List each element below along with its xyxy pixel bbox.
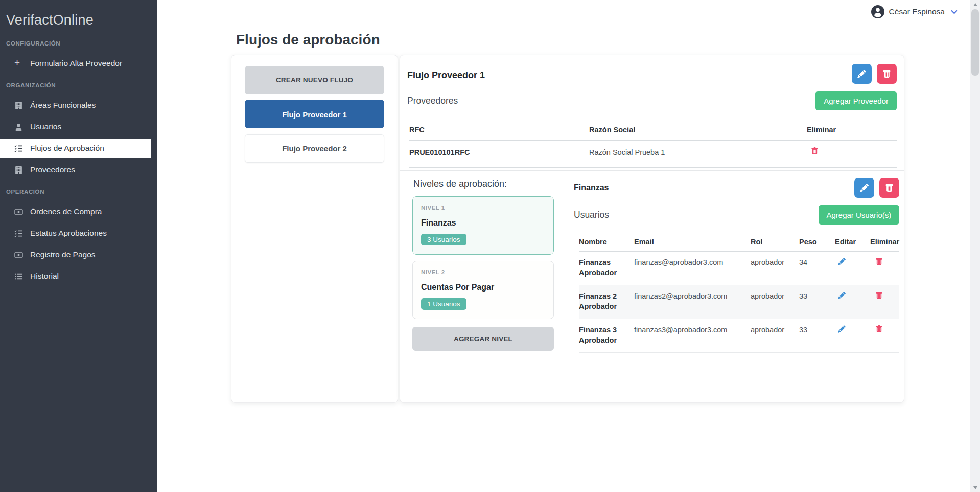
edit-flow-button[interactable] bbox=[852, 64, 872, 84]
levels-heading: Niveles de aprobación: bbox=[413, 178, 554, 189]
scroll-up-arrow-icon[interactable] bbox=[970, 0, 980, 9]
edit-user-pencil-icon[interactable] bbox=[838, 292, 846, 299]
level-users-badge: 3 Usuarios bbox=[421, 234, 466, 245]
levels-section: Niveles de aprobación: NIVEL 1Finanzas3 … bbox=[407, 175, 897, 402]
col-editar: Editar bbox=[835, 238, 870, 246]
col-peso: Peso bbox=[799, 238, 835, 246]
level-name: Cuentas Por Pagar bbox=[421, 283, 545, 292]
user-email: finanzas3@aprobador3.com bbox=[634, 325, 751, 336]
sidebar-item-label: Áreas Funcionales bbox=[30, 101, 96, 110]
scroll-down-arrow-icon[interactable] bbox=[970, 483, 980, 492]
user-rol: aprobador bbox=[751, 325, 799, 336]
money-icon bbox=[14, 208, 23, 216]
sidebar-nav: CONFIGURACIÓN+Formulario Alta ProveedorO… bbox=[0, 33, 157, 286]
sidebar-item[interactable]: Registro de Pagos bbox=[0, 245, 157, 264]
user-menu[interactable]: César Espinosa bbox=[871, 5, 958, 18]
building-icon bbox=[14, 166, 23, 174]
providers-header: Proveedores Agregar Proveedor bbox=[407, 91, 897, 110]
sidebar-item-label: Historial bbox=[30, 272, 59, 281]
chevron-down-icon bbox=[950, 8, 958, 16]
brand-logo: VerifactOnline bbox=[0, 8, 157, 33]
delete-user-trash-icon[interactable] bbox=[875, 325, 883, 333]
user-row: Finanzas 3 Aprobadorfinanzas3@aprobador3… bbox=[579, 319, 899, 353]
sidebar-section-label: CONFIGURACIÓN bbox=[0, 33, 157, 52]
scrollbar-thumb[interactable] bbox=[971, 9, 979, 76]
flow-detail-panel: Flujo Proveedor 1 Proveedores Agregar Pr… bbox=[400, 55, 904, 403]
vertical-scrollbar[interactable] bbox=[970, 0, 980, 492]
checklist-icon bbox=[14, 229, 23, 238]
user-avatar-icon bbox=[871, 5, 884, 18]
sidebar-item[interactable]: Estatus Aprobaciones bbox=[0, 223, 157, 243]
level-detail-header: Finanzas bbox=[574, 178, 899, 198]
user-rol: aprobador bbox=[751, 292, 799, 302]
sidebar-item[interactable]: Proveedores bbox=[0, 160, 157, 180]
delete-level-button[interactable] bbox=[879, 178, 899, 198]
col-email: Email bbox=[634, 238, 751, 246]
sidebar-item-label: Flujos de Aprobación bbox=[30, 144, 104, 153]
edit-user-pencil-icon[interactable] bbox=[838, 258, 846, 265]
users-table: Nombre Email Rol Peso Editar Eliminar Fi… bbox=[574, 235, 899, 353]
sidebar-item[interactable]: Historial bbox=[0, 266, 157, 286]
add-provider-button[interactable]: Agregar Proveedor bbox=[815, 91, 897, 110]
user-name: César Espinosa bbox=[889, 7, 945, 16]
users-heading: Usuarios bbox=[574, 210, 609, 220]
sidebar-item-label: Proveedores bbox=[30, 165, 75, 174]
edit-user-pencil-icon[interactable] bbox=[838, 325, 846, 333]
sidebar-item-label: Registro de Pagos bbox=[30, 250, 96, 259]
levels-list: NIVEL 1Finanzas3 UsuariosNIVEL 2Cuentas … bbox=[412, 196, 554, 319]
users-header: Usuarios Agregar Usuario(s) bbox=[574, 205, 899, 225]
flow-tab[interactable]: Flujo Proveedor 2 bbox=[245, 134, 384, 163]
user-email: finanzas2@aprobador3.com bbox=[634, 292, 751, 302]
level-card[interactable]: NIVEL 2Cuentas Por Pagar1 Usuarios bbox=[412, 261, 554, 319]
level-card[interactable]: NIVEL 1Finanzas3 Usuarios bbox=[412, 196, 554, 255]
user-row: Finanzas Aprobadorfinanzas@aprobador3.co… bbox=[579, 252, 899, 285]
provider-razon-social: Razón Social Prueba 1 bbox=[589, 148, 807, 156]
topbar: César Espinosa bbox=[157, 0, 970, 24]
sidebar-section-label: OPERACIÓN bbox=[0, 182, 157, 200]
pencil-icon bbox=[860, 184, 869, 192]
trash-icon bbox=[882, 70, 891, 78]
col-eliminar: Eliminar bbox=[807, 126, 897, 134]
users-table-body: Finanzas Aprobadorfinanzas@aprobador3.co… bbox=[579, 252, 899, 353]
delete-user-trash-icon[interactable] bbox=[875, 258, 883, 265]
level-tag: NIVEL 1 bbox=[421, 205, 545, 211]
user-nombre: Finanzas 2 Aprobador bbox=[579, 292, 634, 311]
delete-provider-trash-icon[interactable] bbox=[811, 147, 819, 155]
create-flow-button[interactable]: CREAR NUEVO FLUJO bbox=[245, 66, 384, 94]
sidebar-item[interactable]: Áreas Funcionales bbox=[0, 96, 157, 115]
sidebar-item[interactable]: Usuarios bbox=[0, 117, 157, 137]
delete-flow-button[interactable] bbox=[877, 64, 897, 84]
sidebar-item-label: Órdenes de Compra bbox=[30, 207, 102, 216]
user-nombre: Finanzas Aprobador bbox=[579, 258, 634, 278]
sidebar-item[interactable]: Flujos de Aprobación bbox=[0, 139, 151, 158]
sidebar-item[interactable]: Órdenes de Compra bbox=[0, 202, 157, 221]
checklist-icon bbox=[14, 144, 23, 153]
add-users-button[interactable]: Agregar Usuario(s) bbox=[819, 205, 900, 225]
col-nombre: Nombre bbox=[579, 238, 634, 246]
money-icon bbox=[14, 251, 23, 259]
content-cards: CREAR NUEVO FLUJO Flujo Proveedor 1Flujo… bbox=[231, 55, 904, 403]
flow-list: Flujo Proveedor 1Flujo Proveedor 2 bbox=[245, 100, 384, 163]
provider-row: PRUE010101RFCRazón Social Prueba 1 bbox=[409, 141, 897, 168]
user-row: Finanzas 2 Aprobadorfinanzas2@aprobador3… bbox=[579, 285, 899, 319]
providers-heading: Proveedores bbox=[407, 96, 458, 106]
flow-detail-header: Flujo Proveedor 1 bbox=[407, 64, 897, 84]
col-eliminar: Eliminar bbox=[870, 238, 899, 246]
level-users-badge: 1 Usuarios bbox=[421, 298, 466, 310]
sidebar-item-label: Formulario Alta Proveedor bbox=[30, 59, 122, 68]
flow-detail-title: Flujo Proveedor 1 bbox=[407, 64, 485, 81]
main-area: César Espinosa Flujos de aprobación CREA… bbox=[157, 0, 980, 492]
edit-level-button[interactable] bbox=[854, 178, 874, 198]
add-level-button[interactable]: AGREGAR NIVEL bbox=[412, 327, 554, 351]
provider-rfc: PRUE010101RFC bbox=[409, 148, 589, 156]
providers-table: RFC Razón Social Eliminar PRUE010101RFCR… bbox=[407, 122, 897, 168]
delete-user-trash-icon[interactable] bbox=[875, 292, 883, 299]
flow-tab[interactable]: Flujo Proveedor 1 bbox=[245, 100, 384, 128]
level-tag: NIVEL 2 bbox=[421, 269, 545, 275]
user-peso: 33 bbox=[799, 325, 835, 336]
sidebar: VerifactOnline CONFIGURACIÓN+Formulario … bbox=[0, 0, 157, 492]
sidebar-section-label: ORGANIZACIÓN bbox=[0, 75, 157, 94]
sidebar-item[interactable]: +Formulario Alta Proveedor bbox=[0, 54, 157, 73]
pencil-icon bbox=[857, 70, 866, 78]
level-name: Finanzas bbox=[421, 218, 545, 228]
